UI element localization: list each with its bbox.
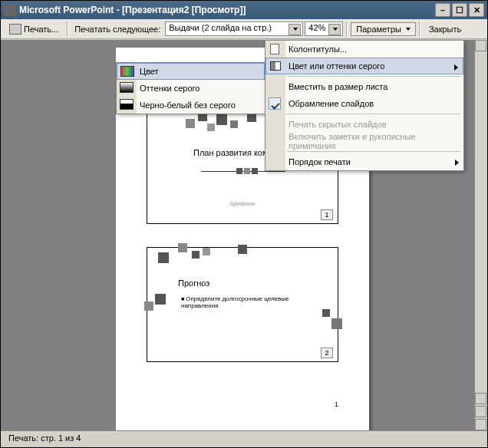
scroll-down-button[interactable] [475, 419, 486, 430]
menu-item-color[interactable]: Цвет [117, 63, 265, 80]
chevron-down-icon [406, 28, 411, 31]
menu-item-color-grayscale[interactable]: Цвет или оттенки серого [265, 58, 463, 74]
scroll-pgdn-button[interactable] [475, 406, 486, 417]
titlebar-doc: [Презентация2 [Просмотр]] [122, 5, 246, 15]
titlebar: Microsoft PowerPoint - [Презентация2 [Пр… [1, 1, 487, 19]
color-contrast-icon [270, 61, 281, 71]
mi-label: Черно-белый без серого [140, 100, 236, 110]
mi-label: Оттенки серого [140, 84, 199, 93]
slide2-title: Прогноз [178, 278, 209, 288]
menu-item-print-order[interactable]: Порядок печати [265, 153, 463, 170]
print-preview-toolbar: Печать... Печатать следующее: Выдачи (2 … [1, 19, 487, 39]
params-label: Параметры [356, 25, 401, 34]
printer-icon [9, 24, 21, 35]
print-next-label: Печатать следующее: [71, 25, 163, 34]
slide1-footer: Spiridonov [229, 201, 255, 206]
page-number: 1 [335, 400, 338, 408]
toolbar-separator [346, 21, 348, 37]
mi-label: Колонтитулы... [289, 44, 347, 54]
slide2-number: 2 [321, 348, 333, 358]
scroll-pgup-button[interactable] [475, 393, 486, 404]
slide1-number: 1 [321, 209, 333, 220]
file-icon [270, 44, 279, 54]
statusbar: Печать: стр. 1 из 4 [1, 430, 487, 447]
status-text: Печать: стр. 1 из 4 [8, 433, 81, 443]
menu-separator [287, 151, 460, 152]
print-what-select[interactable]: Выдачи (2 слайда на стр.) [165, 21, 303, 36]
menu-item-fit-page[interactable]: Вместить в размер листа [265, 78, 463, 95]
vertical-scrollbar[interactable] [474, 40, 487, 430]
menu-item-headers-footers[interactable]: Колонтитулы... [265, 41, 463, 58]
zoom-select[interactable]: 42% [305, 21, 343, 36]
minimize-button[interactable]: – [435, 3, 450, 17]
maximize-button[interactable]: ☐ [452, 3, 467, 17]
grayscale-icon [120, 82, 134, 93]
app-icon [4, 4, 16, 16]
print-label: Печать... [24, 25, 58, 34]
submenu-arrow-icon [455, 160, 459, 166]
mi-label: Цвет [140, 67, 159, 76]
menu-item-print-hidden: Печать скрытых слайдов [265, 116, 463, 133]
submenu-arrow-icon [454, 64, 458, 71]
close-preview-button[interactable]: Закрыть [424, 22, 467, 36]
color-mode-submenu: Цвет Оттенки серого Черно-белый без серо… [116, 62, 265, 114]
params-menu: Колонтитулы... Цвет или оттенки серого В… [265, 40, 464, 171]
menu-item-bw[interactable]: Черно-белый без серого [117, 97, 265, 114]
mi-label: Печать скрытых слайдов [289, 120, 387, 129]
mi-label: Цвет или оттенки серого [289, 61, 384, 71]
mi-label: Вместить в размер листа [289, 82, 387, 91]
slide1-title: План развития ком [193, 148, 269, 157]
close-window-button[interactable]: ✕ [469, 3, 484, 17]
check-icon [269, 97, 281, 110]
scroll-up-button[interactable] [475, 40, 486, 51]
color-icon [120, 66, 134, 77]
titlebar-app: Microsoft PowerPoint [19, 5, 114, 15]
bw-icon [120, 99, 134, 110]
mi-label: Обрамление слайдов [289, 99, 374, 108]
zoom-value: 42% [308, 23, 325, 32]
print-button[interactable]: Печать... [4, 21, 64, 37]
mi-label: Порядок печати [289, 157, 351, 166]
titlebar-sep: - [114, 5, 122, 15]
toolbar-separator [419, 21, 420, 37]
slide2-body: Определите долгосрочные целевые направле… [181, 295, 296, 309]
toolbar-separator [67, 21, 68, 37]
menu-separator [287, 76, 460, 77]
print-what-value: Выдачи (2 слайда на стр.) [169, 23, 272, 32]
params-button[interactable]: Параметры [351, 22, 416, 36]
menu-separator [287, 114, 460, 114]
slide-thumb-2: Прогноз Определите долгосрочные целевые … [147, 247, 338, 362]
menu-item-frame-slides[interactable]: Обрамление слайдов [265, 95, 463, 112]
menu-item-include-notes: Включить заметки и рукописные примечания [265, 133, 463, 150]
menu-item-grayscale[interactable]: Оттенки серого [117, 80, 265, 97]
close-preview-label: Закрыть [429, 25, 461, 34]
app-window: Microsoft PowerPoint - [Презентация2 [Пр… [0, 0, 488, 448]
mi-label: Включить заметки и рукописные примечания [289, 132, 463, 150]
